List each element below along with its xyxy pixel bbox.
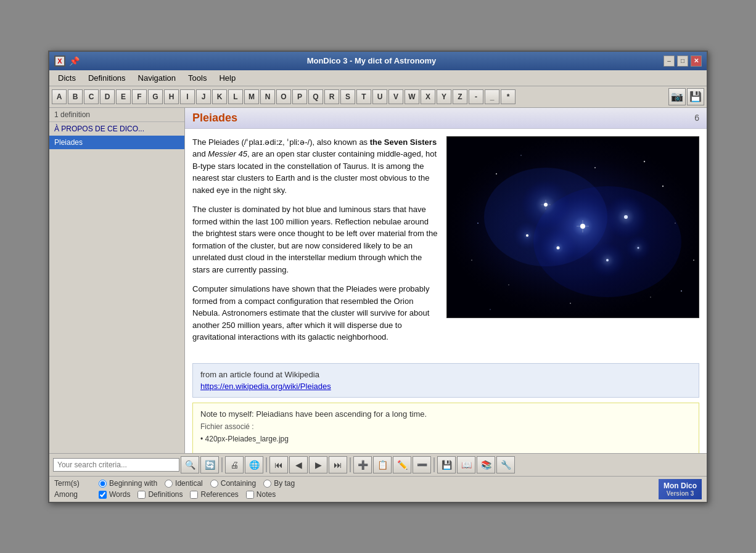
add-button[interactable]: ➕ — [353, 456, 372, 473]
sidebar-item-apropos[interactable]: À PROPOS DE CE DICO... — [49, 122, 184, 136]
alpha-m[interactable]: M — [244, 89, 259, 104]
alpha-f[interactable]: F — [132, 89, 147, 104]
separator-1 — [221, 457, 223, 472]
alpha-j[interactable]: J — [196, 89, 211, 104]
main-window: X 📌 MonDico 3 - My dict of Astronomy – □… — [48, 51, 708, 503]
alpha-p[interactable]: P — [292, 89, 307, 104]
print-button[interactable]: 🖨 — [225, 456, 244, 473]
radio-containing[interactable]: Containing — [210, 479, 256, 488]
menu-help[interactable]: Help — [213, 72, 242, 84]
svg-point-22 — [681, 290, 682, 292]
radio-bytag[interactable]: By tag — [263, 479, 295, 488]
book-button[interactable]: 📖 — [457, 456, 475, 473]
alpha-d[interactable]: D — [100, 89, 115, 104]
title-bar: X 📌 MonDico 3 - My dict of Astronomy – □… — [49, 52, 707, 70]
wiki-text: from an article found at Wikipedia — [200, 370, 691, 379]
last-button[interactable]: ⏭ — [329, 456, 347, 473]
alpha-l[interactable]: L — [228, 89, 243, 104]
menu-definitions[interactable]: Definitions — [82, 72, 132, 84]
among-label: Among — [54, 490, 91, 499]
radio-identical[interactable]: Identical — [165, 479, 203, 488]
check-words[interactable]: Words — [99, 490, 130, 499]
sidebar-item-pleiades[interactable]: Pleiades — [49, 136, 184, 149]
alpha-h[interactable]: H — [164, 89, 179, 104]
search-options: Term(s) Beginning with Identical Contain… — [49, 476, 707, 502]
content-body: The Pleiades (/ˈplaɪ.ədiːz, ˈpliːə-/), a… — [185, 129, 707, 358]
alpha-o[interactable]: O — [276, 89, 291, 104]
pin-icon[interactable]: 📌 — [69, 56, 80, 66]
alpha-underscore[interactable]: _ — [485, 89, 499, 104]
first-button[interactable]: ⏮ — [269, 456, 288, 473]
stack-button[interactable]: 📚 — [477, 456, 495, 473]
prev-button[interactable]: ◀ — [289, 456, 308, 473]
copy-button[interactable]: 📋 — [373, 456, 392, 473]
minimize-button[interactable]: – — [664, 55, 675, 67]
separator-3 — [350, 457, 351, 472]
refresh-button[interactable]: 🔄 — [200, 456, 219, 473]
next-button[interactable]: ▶ — [309, 456, 327, 473]
mondico-logo: Mon Dico Version 3 — [659, 479, 702, 499]
menu-navigation[interactable]: Navigation — [132, 72, 182, 84]
camera-button[interactable]: 📷 — [668, 88, 686, 105]
svg-point-20 — [662, 185, 664, 186]
svg-point-23 — [508, 284, 509, 285]
close-button[interactable]: ✕ — [691, 55, 702, 67]
alpha-g[interactable]: G — [148, 89, 163, 104]
title-bar-buttons: – □ ✕ — [664, 55, 702, 67]
alpha-star[interactable]: * — [501, 89, 516, 104]
terms-section: Term(s) Beginning with Identical Contain… — [54, 479, 295, 499]
alpha-s[interactable]: S — [340, 89, 355, 104]
search-button[interactable]: 🔍 — [181, 456, 199, 473]
alpha-r[interactable]: R — [324, 89, 339, 104]
search-input[interactable] — [53, 458, 179, 472]
save-disk-button[interactable]: 💾 — [437, 456, 456, 473]
alpha-a[interactable]: A — [52, 89, 67, 104]
content-area: Pleiades 6 The Pleiades (/ˈplaɪ.ədiːz, ˈ… — [185, 108, 707, 453]
edit-button[interactable]: ✏️ — [393, 456, 411, 473]
alpha-b[interactable]: B — [68, 89, 83, 104]
alpha-c[interactable]: C — [84, 89, 99, 104]
minus-button[interactable]: ➖ — [413, 456, 431, 473]
content-text: The Pleiades (/ˈplaɪ.ədiːz, ˈpliːə-/), a… — [192, 136, 439, 351]
alpha-e[interactable]: E — [116, 89, 131, 104]
sidebar-header: 1 definition — [49, 108, 184, 122]
svg-point-14 — [606, 259, 609, 261]
radio-beginning[interactable]: Beginning with — [99, 479, 157, 488]
check-definitions[interactable]: Definitions — [138, 490, 183, 499]
paragraph-1: The Pleiades (/ˈplaɪ.ədiːz, ˈpliːə-/), a… — [192, 136, 439, 197]
alpha-w[interactable]: W — [405, 89, 419, 104]
alpha-k[interactable]: K — [212, 89, 227, 104]
settings-button[interactable]: 🔧 — [496, 456, 515, 473]
alpha-t[interactable]: T — [356, 89, 371, 104]
globe-button[interactable]: 🌐 — [245, 456, 263, 473]
svg-point-26 — [675, 223, 676, 224]
alpha-q[interactable]: Q — [308, 89, 323, 104]
alpha-x[interactable]: X — [421, 89, 435, 104]
alpha-n[interactable]: N — [260, 89, 275, 104]
svg-point-32 — [693, 260, 694, 261]
svg-point-25 — [477, 223, 479, 224]
menu-dicts[interactable]: Dicts — [52, 72, 82, 84]
wiki-link[interactable]: https://en.wikipedia.org/wiki/Pleiades — [200, 382, 331, 391]
save-button[interactable]: 💾 — [687, 88, 704, 105]
menu-tools[interactable]: Tools — [182, 72, 213, 84]
maximize-button[interactable]: □ — [677, 55, 688, 67]
note-section: Note to myself: Pleiadians have been asc… — [192, 403, 699, 453]
alpha-u[interactable]: U — [372, 89, 387, 104]
paragraph-3: Computer simulations have shown that the… — [192, 283, 439, 343]
file-label: Fichier associé : — [200, 422, 691, 431]
note-text: Note to myself: Pleiadians have been asc… — [200, 409, 691, 419]
svg-point-16 — [526, 234, 528, 237]
main-content: 1 definition À PROPOS DE CE DICO... Plei… — [49, 108, 707, 453]
separator-2 — [266, 457, 267, 472]
check-references[interactable]: References — [190, 490, 238, 499]
alpha-i[interactable]: I — [180, 89, 195, 104]
content-header: Pleiades 6 — [185, 108, 707, 129]
wiki-section: from an article found at Wikipedia https… — [192, 363, 699, 398]
alpha-v[interactable]: V — [388, 89, 403, 104]
alpha-z[interactable]: Z — [453, 89, 467, 104]
alpha-dash[interactable]: - — [469, 89, 483, 104]
svg-point-21 — [471, 260, 472, 261]
check-notes[interactable]: Notes — [246, 490, 276, 499]
alpha-y[interactable]: Y — [437, 89, 451, 104]
